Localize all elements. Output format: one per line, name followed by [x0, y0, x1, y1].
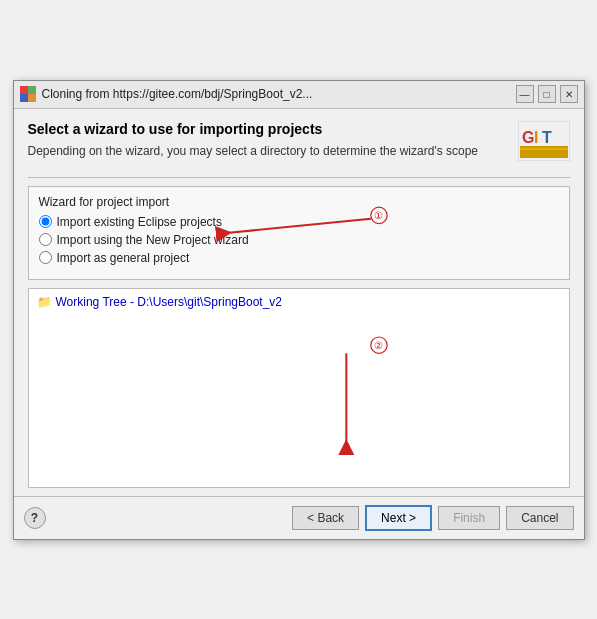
radio-option-2[interactable]: Import using the New Project wizard [39, 233, 559, 247]
main-area: Wizard for project import Import existin… [28, 186, 570, 488]
tree-item-label: Working Tree - D:\Users\git\SpringBoot_v… [56, 295, 283, 309]
svg-rect-2 [20, 94, 28, 102]
wizard-section: Wizard for project import Import existin… [28, 186, 570, 280]
radio-import-eclipse[interactable] [39, 215, 52, 228]
svg-rect-3 [28, 94, 36, 102]
radio-label-2: Import using the New Project wizard [57, 233, 249, 247]
annotation-overlay [29, 289, 569, 487]
next-button[interactable]: Next > [365, 505, 432, 531]
dialog-title: Select a wizard to use for importing pro… [28, 121, 508, 137]
tree-section: 📁 Working Tree - D:\Users\git\SpringBoot… [28, 288, 570, 488]
header-text: Select a wizard to use for importing pro… [28, 121, 508, 160]
help-button[interactable]: ? [24, 507, 46, 529]
folder-icon: 📁 [37, 295, 52, 309]
cancel-button[interactable]: Cancel [506, 506, 573, 530]
footer-bar: ? < Back Next > Finish Cancel [14, 496, 584, 539]
svg-text:T: T [542, 129, 552, 146]
radio-label-1: Import existing Eclipse projects [57, 215, 222, 229]
header-section: Select a wizard to use for importing pro… [28, 121, 570, 161]
window-title: Cloning from https://gitee.com/bdj/Sprin… [42, 87, 510, 101]
svg-rect-9 [520, 148, 568, 150]
tree-item-working-tree[interactable]: 📁 Working Tree - D:\Users\git\SpringBoot… [37, 295, 561, 309]
svg-text:G: G [522, 129, 534, 146]
radio-new-project[interactable] [39, 233, 52, 246]
svg-text:I: I [534, 129, 538, 146]
svg-rect-8 [520, 146, 568, 158]
wizard-label: Wizard for project import [39, 195, 559, 209]
back-button[interactable]: < Back [292, 506, 359, 530]
finish-button: Finish [438, 506, 500, 530]
git-logo: G I T [518, 121, 570, 161]
window-controls: — □ ✕ [516, 85, 578, 103]
svg-rect-0 [20, 86, 28, 94]
radio-label-3: Import as general project [57, 251, 190, 265]
minimize-button[interactable]: — [516, 85, 534, 103]
window-icon [20, 86, 36, 102]
title-bar: Cloning from https://gitee.com/bdj/Sprin… [14, 81, 584, 109]
dialog-content: Select a wizard to use for importing pro… [14, 109, 584, 496]
svg-rect-1 [28, 86, 36, 94]
radio-option-3[interactable]: Import as general project [39, 251, 559, 265]
radio-option-1[interactable]: Import existing Eclipse projects [39, 215, 559, 229]
main-window: Cloning from https://gitee.com/bdj/Sprin… [13, 80, 585, 540]
restore-button[interactable]: □ [538, 85, 556, 103]
dialog-description: Depending on the wizard, you may select … [28, 143, 508, 160]
close-button[interactable]: ✕ [560, 85, 578, 103]
radio-general-project[interactable] [39, 251, 52, 264]
header-divider [28, 177, 570, 178]
